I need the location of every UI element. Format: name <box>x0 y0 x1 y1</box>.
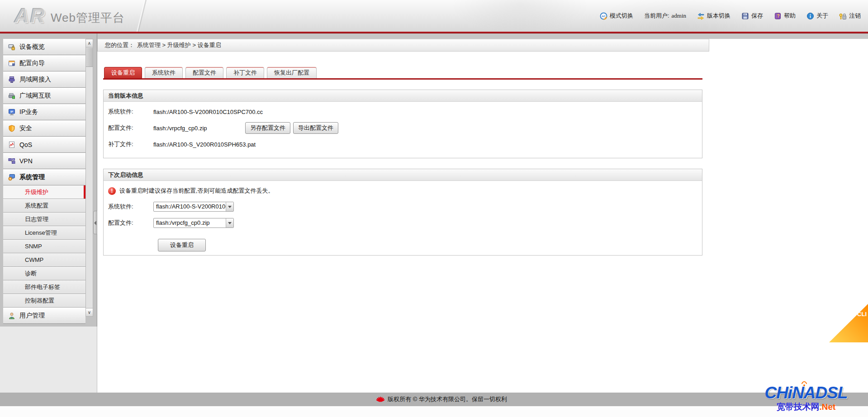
sidebar-subitem-label: 部件电子标签 <box>25 283 60 291</box>
current-version-section: 当前版本信息 系统软件: flash:/AR100-S-V200R010C10S… <box>103 90 702 158</box>
chinadsl-site-text: 宽带技术网.Net <box>747 403 865 411</box>
save-config-as-button[interactable]: 另存配置文件 <box>245 122 290 134</box>
logout-button[interactable]: 注销 <box>839 12 861 20</box>
sidebar-subitem-log-management[interactable]: 日志管理 <box>3 213 85 226</box>
scrollbar-thumb[interactable] <box>86 48 93 67</box>
sidebar-subitem-diagnosis[interactable]: 诊断 <box>3 267 85 280</box>
sidebar-item-config-wizard[interactable]: 配置向导 <box>3 55 85 71</box>
sidebar-item-device-overview[interactable]: 设备概览 <box>3 39 85 55</box>
logout-icon <box>839 12 847 20</box>
current-user-name: admin <box>672 12 687 19</box>
next-config-file-select[interactable]: flash:/vrpcfg_cp0.zip <box>153 218 234 228</box>
sidebar-item-label: 用户管理 <box>19 312 45 320</box>
sidebar-subitem-label: 升级维护 <box>25 188 48 196</box>
sidebar-item-ip-service[interactable]: IP IP业务 <box>3 104 85 120</box>
breadcrumb: 您的位置： 系统管理 > 升级维护 > 设备重启 <box>97 39 709 52</box>
header-decorative-stripe <box>131 0 152 32</box>
lan-access-icon <box>8 76 15 83</box>
config-file-label: 配置文件: <box>108 124 153 132</box>
sidebar-item-vpn[interactable]: VPN <box>3 153 85 169</box>
tab-factory-reset[interactable]: 恢复出厂配置 <box>267 67 317 78</box>
sidebar-subitem-label: 诊断 <box>25 270 37 278</box>
tab-patch-file[interactable]: 补丁文件 <box>226 67 264 78</box>
header-accent-line <box>0 32 868 33</box>
sidebar-subitem-elabel[interactable]: 部件电子标签 <box>3 280 85 294</box>
sidebar-subitem-label: 控制器配置 <box>25 297 54 305</box>
tab-underline <box>103 78 702 80</box>
tab-device-restart[interactable]: 设备重启 <box>104 67 142 78</box>
sidebar-subitem-license-management[interactable]: License管理 <box>3 226 85 240</box>
scroll-up-button[interactable]: ∧ <box>86 39 93 47</box>
sidebar-item-label: 系统管理 <box>19 173 45 181</box>
sidebar-subitem-snmp[interactable]: SNMP <box>3 240 85 253</box>
version-switch-icon <box>697 12 705 20</box>
product-title: Web管理平台 <box>51 10 125 26</box>
security-shield-icon <box>8 125 15 132</box>
svg-text:AC: AC <box>602 15 606 18</box>
chinadsl-watermark: CHiNADSL 宽带技术网.Net <box>747 384 865 411</box>
sidebar-subitem-cwmp[interactable]: CWMP <box>3 253 85 267</box>
sidebar-collapse-handle[interactable] <box>93 211 97 234</box>
about-icon <box>806 12 814 20</box>
help-icon: ? <box>774 12 782 20</box>
dropdown-arrow-icon[interactable] <box>226 218 233 227</box>
warning-icon: ! <box>108 187 116 195</box>
next-system-software-label: 系统软件: <box>108 203 153 211</box>
current-user-label: 当前用户: <box>644 12 669 20</box>
sidebar-subitem-upgrade-maintenance[interactable]: 升级维护 <box>3 185 85 199</box>
dropdown-arrow-icon[interactable] <box>226 202 233 211</box>
config-wizard-icon <box>8 60 15 67</box>
header-menu: AC 模式切换 当前用户: admin 版本切换 <box>600 0 861 32</box>
sidebar-item-label: 设备概览 <box>19 43 45 51</box>
version-switch-button[interactable]: 版本切换 <box>697 12 730 20</box>
ip-service-icon: IP <box>8 109 15 116</box>
sidebar-subitem-label: SNMP <box>25 243 42 250</box>
help-button[interactable]: ? 帮助 <box>774 12 796 20</box>
ar-logo: AR <box>14 5 46 27</box>
sidebar-item-label: VPN <box>19 157 33 165</box>
save-icon <box>741 12 749 20</box>
config-file-row: 配置文件: flash:/vrpcfg_cp0.zip 另存配置文件 导出配置文… <box>108 122 697 134</box>
sidebar-item-lan-access[interactable]: 局域网接入 <box>3 71 85 88</box>
sidebar-item-wan-interconnect[interactable]: 广域网互联 <box>3 88 85 104</box>
sidebar-scrollbar[interactable]: ∧ ∨ <box>85 39 93 317</box>
sidebar-item-security[interactable]: 安全 <box>3 120 85 137</box>
warning-text: 设备重启时建议保存当前配置,否则可能造成配置文件丢失。 <box>119 187 274 195</box>
sidebar-subitem-controller-config[interactable]: 控制器配置 <box>3 294 85 308</box>
sidebar-item-qos[interactable]: QoS <box>3 137 85 153</box>
sidebar-item-label: 广域网互联 <box>19 92 51 100</box>
tab-config-file[interactable]: 配置文件 <box>185 67 223 78</box>
sidebar-nav: 设备概览 配置向导 局域网接入 广域网互联 <box>0 39 85 324</box>
site-suffix: .Net <box>820 402 836 412</box>
next-system-software-select-value: flash:/AR100-S-V200R010C10SPC700.cc <box>154 202 226 211</box>
current-version-title: 当前版本信息 <box>104 90 702 102</box>
device-restart-button[interactable]: 设备重启 <box>158 239 206 251</box>
sidebar-item-system-management[interactable]: 系统管理 <box>3 169 85 185</box>
system-software-value: flash:/AR100-S-V200R010C10SPC700.cc <box>153 109 263 115</box>
scroll-down-button[interactable]: ∨ <box>86 308 93 316</box>
mode-switch-button[interactable]: AC 模式切换 <box>600 12 633 20</box>
sidebar-item-user-management[interactable]: 用户管理 <box>3 308 85 324</box>
chevron-up-icon: ∧ <box>88 41 91 46</box>
next-system-software-select[interactable]: flash:/AR100-S-V200R010C10SPC700.cc <box>153 202 234 212</box>
sidebar-subitem-label: 系统配置 <box>25 202 48 210</box>
brand-word: CHiNADSL <box>764 384 847 402</box>
next-config-file-label: 配置文件: <box>108 219 153 227</box>
export-config-button[interactable]: 导出配置文件 <box>293 122 338 134</box>
system-management-icon <box>8 174 15 181</box>
restart-warning: ! 设备重启时建议保存当前配置,否则可能造成配置文件丢失。 <box>108 187 697 195</box>
save-button[interactable]: 保存 <box>741 12 763 20</box>
tab-system-software[interactable]: 系统软件 <box>145 67 183 78</box>
next-startup-section: 下次启动信息 ! 设备重启时建议保存当前配置,否则可能造成配置文件丢失。 系统软… <box>103 169 702 256</box>
huawei-logo-icon <box>376 396 384 403</box>
mode-switch-label: 模式切换 <box>610 12 633 20</box>
user-management-icon <box>8 312 15 319</box>
sidebar-subitem-system-config[interactable]: 系统配置 <box>3 199 85 213</box>
config-file-value: flash:/vrpcfg_cp0.zip <box>153 125 242 132</box>
version-switch-label: 版本切换 <box>707 12 730 20</box>
about-button[interactable]: 关于 <box>806 12 828 20</box>
sidebar-item-label: IP业务 <box>19 108 38 116</box>
system-software-row: 系统软件: flash:/AR100-S-V200R010C10SPC700.c… <box>108 108 697 116</box>
chinadsl-brand-text: CHiNADSL <box>747 384 865 401</box>
ac-mode-icon: AC <box>600 12 607 20</box>
